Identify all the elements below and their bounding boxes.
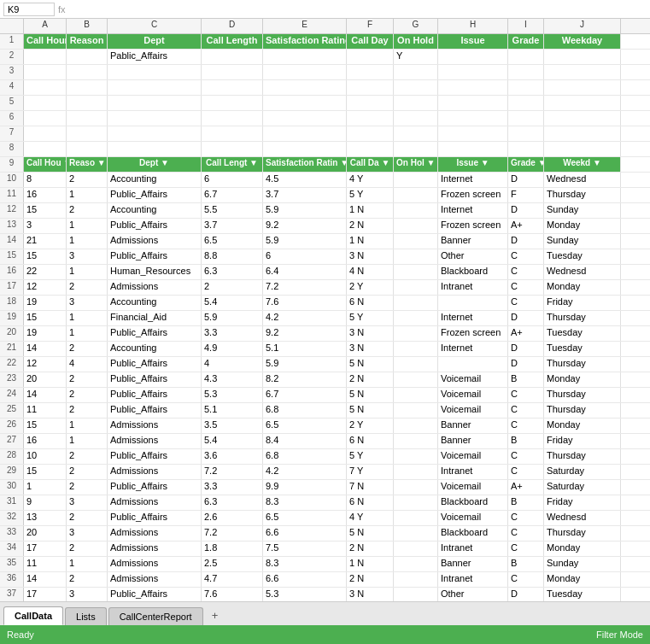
cell-19-G[interactable] [394, 311, 438, 325]
cell-13-H[interactable]: Frozen screen [438, 219, 508, 233]
cell-18-B[interactable]: 3 [67, 296, 108, 310]
cell-22-I[interactable]: D [508, 357, 544, 372]
cell-32-E[interactable]: 6.5 [263, 511, 347, 525]
cell-11-C[interactable]: Public_Affairs [108, 188, 202, 202]
cell-21-J[interactable]: Tuesday [544, 342, 621, 356]
cell-26-C[interactable]: Admissions [108, 419, 202, 433]
cell-37-E[interactable]: 5.3 [263, 588, 347, 601]
cell-21-D[interactable]: 4.9 [202, 342, 263, 356]
cell-28-A[interactable]: 10 [24, 449, 67, 464]
cell-33-D[interactable]: 7.2 [202, 526, 263, 541]
cell-16-E[interactable]: 6.4 [263, 265, 347, 279]
cell-13-J[interactable]: Monday [544, 219, 621, 233]
cell-33-H[interactable]: Blackboard [438, 526, 508, 541]
cell-10-C[interactable]: Accounting [108, 173, 202, 187]
cell-28-J[interactable]: Thursday [544, 449, 621, 464]
cell-13-E[interactable]: 9.2 [263, 219, 347, 233]
filter-cell-9-D[interactable]: Call Lengt ▼ [202, 157, 263, 172]
cell-22-F[interactable]: 5 N [347, 357, 394, 372]
cell-14-F[interactable]: 1 N [347, 234, 394, 249]
cell-10-G[interactable] [394, 173, 438, 187]
cell-18-A[interactable]: 19 [24, 296, 67, 310]
cell-31-F[interactable]: 6 N [347, 495, 394, 510]
cell-20-I[interactable]: A+ [508, 326, 544, 341]
cell-26-D[interactable]: 3.5 [202, 419, 263, 433]
cell-32-A[interactable]: 13 [24, 511, 67, 525]
cell-22-G[interactable] [394, 357, 438, 372]
cell-11-H[interactable]: Frozen screen [438, 188, 508, 202]
cell-32-D[interactable]: 2.6 [202, 511, 263, 525]
cell-15-H[interactable]: Other [438, 249, 508, 264]
cell-13-F[interactable]: 2 N [347, 219, 394, 233]
cell-24-E[interactable]: 6.7 [263, 388, 347, 402]
cell-18-J[interactable]: Friday [544, 296, 621, 310]
cell-2-F[interactable] [347, 50, 394, 64]
cell-25-H[interactable]: Voicemail [438, 403, 508, 418]
cell-37-B[interactable]: 3 [67, 588, 108, 601]
cell-31-G[interactable] [394, 495, 438, 510]
cell-35-E[interactable]: 8.3 [263, 557, 347, 571]
cell-25-A[interactable]: 11 [24, 403, 67, 418]
cell-2-I[interactable] [508, 50, 544, 64]
cell-22-H[interactable] [438, 357, 508, 372]
cell-17-A[interactable]: 12 [24, 280, 67, 295]
tab-callcenterreport[interactable]: CallCenterReport [108, 607, 203, 625]
cell-27-H[interactable]: Banner [438, 434, 508, 448]
cell-20-A[interactable]: 19 [24, 326, 67, 341]
cell-29-I[interactable]: C [508, 465, 544, 479]
cell-25-C[interactable]: Public_Affairs [108, 403, 202, 418]
cell-37-J[interactable]: Tuesday [544, 588, 621, 601]
cell-15-E[interactable]: 6 [263, 249, 347, 264]
cell-33-C[interactable]: Admissions [108, 526, 202, 541]
cell-34-G[interactable] [394, 542, 438, 556]
cell-12-F[interactable]: 1 N [347, 203, 394, 218]
cell-1-G[interactable]: On Hold [394, 34, 438, 49]
cell-14-G[interactable] [394, 234, 438, 249]
cell-31-A[interactable]: 9 [24, 495, 67, 510]
cell-33-J[interactable]: Thursday [544, 526, 621, 541]
cell-34-B[interactable]: 2 [67, 542, 108, 556]
cell-23-I[interactable]: B [508, 372, 544, 387]
cell-10-A[interactable]: 8 [24, 173, 67, 187]
cell-11-J[interactable]: Thursday [544, 188, 621, 202]
cell-25-G[interactable] [394, 403, 438, 418]
cell-13-C[interactable]: Public_Affairs [108, 219, 202, 233]
cell-21-I[interactable]: D [508, 342, 544, 356]
cell-1-C[interactable]: Dept [108, 34, 202, 49]
cell-29-J[interactable]: Saturday [544, 465, 621, 479]
cell-33-G[interactable] [394, 526, 438, 541]
cell-29-H[interactable]: Intranet [438, 465, 508, 479]
cell-37-F[interactable]: 3 N [347, 588, 394, 601]
cell-2-A[interactable] [24, 50, 67, 64]
cell-16-F[interactable]: 4 N [347, 265, 394, 279]
cell-23-B[interactable]: 2 [67, 372, 108, 387]
cell-1-B[interactable]: Reason [67, 34, 108, 49]
cell-21-H[interactable]: Internet [438, 342, 508, 356]
cell-12-A[interactable]: 15 [24, 203, 67, 218]
cell-31-I[interactable]: B [508, 495, 544, 510]
cell-11-I[interactable]: F [508, 188, 544, 202]
cell-1-E[interactable]: Satisfaction Rating [263, 34, 347, 49]
cell-19-D[interactable]: 5.9 [202, 311, 263, 325]
filter-cell-9-I[interactable]: Grade ▼ [508, 157, 544, 172]
filter-cell-9-E[interactable]: Satisfaction Ratin ▼ [263, 157, 347, 172]
cell-24-D[interactable]: 5.3 [202, 388, 263, 402]
cell-16-G[interactable] [394, 265, 438, 279]
cell-28-C[interactable]: Public_Affairs [108, 449, 202, 464]
cell-11-D[interactable]: 6.7 [202, 188, 263, 202]
cell-25-F[interactable]: 5 N [347, 403, 394, 418]
cell-23-J[interactable]: Monday [544, 372, 621, 387]
cell-20-J[interactable]: Tuesday [544, 326, 621, 341]
cell-11-E[interactable]: 3.7 [263, 188, 347, 202]
cell-21-A[interactable]: 14 [24, 342, 67, 356]
cell-18-I[interactable]: C [508, 296, 544, 310]
cell-15-G[interactable] [394, 249, 438, 264]
cell-1-A[interactable]: Call Hour [24, 34, 67, 49]
cell-26-J[interactable]: Monday [544, 419, 621, 433]
cell-19-H[interactable]: Internet [438, 311, 508, 325]
cell-20-B[interactable]: 1 [67, 326, 108, 341]
cell-13-D[interactable]: 3.7 [202, 219, 263, 233]
cell-36-B[interactable]: 2 [67, 572, 108, 587]
cell-15-D[interactable]: 8.8 [202, 249, 263, 264]
cell-17-D[interactable]: 2 [202, 280, 263, 295]
